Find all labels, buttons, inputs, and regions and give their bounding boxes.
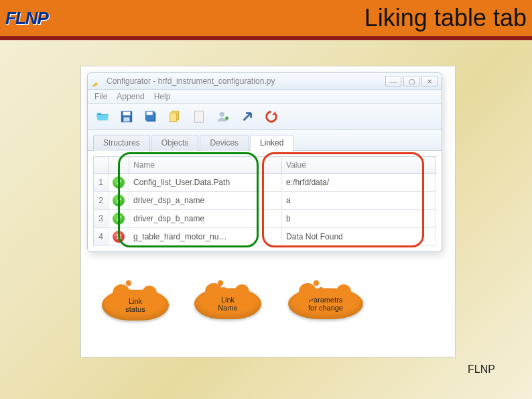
- annotation-params: Parametrs for change: [288, 288, 363, 319]
- svg-rect-7: [170, 113, 177, 122]
- col-rownum: [94, 157, 109, 174]
- folder-open-icon: [95, 109, 110, 124]
- menubar: File Append Help: [88, 90, 442, 104]
- tab-devices[interactable]: Devices: [200, 135, 249, 151]
- check-icon: ✓: [113, 176, 125, 188]
- row-name-cell[interactable]: g_table_hard_motor_nu…: [129, 228, 282, 246]
- floppy-multi-icon: [143, 109, 158, 124]
- configurator-window: Configurator - hrfd_instrument_configura…: [87, 72, 442, 252]
- row-status: ✓: [109, 174, 129, 192]
- row-name-cell[interactable]: driver_dsp_b_name: [129, 210, 282, 228]
- arrow-up-right-icon: [240, 109, 255, 124]
- person-plus-icon: [216, 109, 230, 124]
- save-button[interactable]: [116, 107, 137, 126]
- new-page-button[interactable]: [188, 107, 210, 126]
- open-button[interactable]: [92, 107, 113, 126]
- linked-table-panel: Name Value 1✓Config_list_User.Data.Pathe…: [88, 151, 442, 251]
- row-number: 1: [94, 174, 109, 192]
- slide-header: FLNP Liking table tab: [0, 0, 532, 40]
- table-row[interactable]: 1✓Config_list_User.Data.Pathe:/hrfd/data…: [94, 174, 436, 192]
- row-status: ✓: [109, 192, 129, 210]
- floppy-icon: [119, 109, 134, 124]
- row-status: ✕: [109, 228, 129, 246]
- row-status: ✓: [109, 210, 129, 228]
- check-icon: ✓: [113, 213, 125, 225]
- flnp-logo: FLNP: [5, 8, 48, 29]
- add-user-button[interactable]: [212, 107, 234, 126]
- row-value-cell[interactable]: a: [282, 192, 436, 210]
- svg-point-9: [220, 112, 224, 117]
- close-button[interactable]: ✕: [421, 76, 438, 87]
- refresh-button[interactable]: [261, 107, 282, 126]
- logo-text: FLNP: [5, 8, 48, 28]
- row-value-cell[interactable]: Data Not Found: [282, 228, 436, 246]
- minimize-button[interactable]: —: [385, 76, 401, 87]
- window-title: Configurator - hrfd_instrument_configura…: [107, 76, 275, 86]
- table-row[interactable]: 4✕g_table_hard_motor_nu…Data Not Found: [94, 228, 436, 246]
- check-icon: ✓: [113, 194, 125, 207]
- row-name-cell[interactable]: Config_list_User.Data.Path: [129, 174, 282, 192]
- window-titlebar: Configurator - hrfd_instrument_configura…: [88, 73, 442, 90]
- save-as-button[interactable]: [140, 107, 161, 126]
- row-number: 4: [94, 228, 109, 246]
- toolbar: [88, 104, 442, 130]
- row-value-cell[interactable]: e:/hrfd/data/: [282, 174, 436, 192]
- footer-label: FLNP: [468, 363, 495, 376]
- row-name-cell[interactable]: driver_dsp_a_name: [129, 192, 282, 210]
- refresh-icon: [264, 109, 279, 124]
- app-icon: [92, 76, 103, 87]
- cross-icon: ✕: [113, 231, 125, 243]
- menu-help[interactable]: Help: [154, 92, 171, 101]
- page-icon: [192, 109, 206, 124]
- row-number: 2: [94, 192, 109, 210]
- table-row[interactable]: 3✓driver_dsp_b_nameb: [94, 210, 436, 228]
- copy-button[interactable]: [164, 107, 186, 126]
- tabs: Structures Objects Devices Linked: [88, 130, 442, 151]
- svg-rect-5: [147, 112, 153, 115]
- svg-point-10: [224, 111, 230, 117]
- annotation-link-name: Link Name: [194, 288, 261, 319]
- svg-rect-1: [123, 112, 131, 116]
- linked-table: Name Value 1✓Config_list_User.Data.Pathe…: [93, 156, 436, 246]
- row-number: 3: [94, 210, 109, 228]
- tab-linked[interactable]: Linked: [250, 135, 293, 151]
- menu-append[interactable]: Append: [117, 92, 144, 101]
- annotation-link-status-text: Link status: [125, 297, 145, 313]
- slide-title: Liking table tab: [364, 4, 527, 32]
- annotation-params-text: Parametrs for change: [308, 296, 343, 312]
- svg-rect-2: [123, 117, 129, 121]
- tab-structures[interactable]: Structures: [93, 135, 150, 151]
- annotation-link-name-text: Link Name: [218, 296, 237, 312]
- pages-yellow-icon: [168, 109, 182, 124]
- tab-objects[interactable]: Objects: [151, 135, 199, 151]
- export-button[interactable]: [237, 107, 258, 126]
- col-value[interactable]: Value: [282, 157, 436, 174]
- maximize-button[interactable]: ▢: [403, 76, 419, 87]
- menu-file[interactable]: File: [94, 92, 107, 101]
- row-value-cell[interactable]: b: [282, 210, 436, 228]
- svg-rect-8: [195, 111, 204, 123]
- table-row[interactable]: 2✓driver_dsp_a_namea: [94, 192, 436, 210]
- col-status: [109, 157, 129, 174]
- window-controls: — ▢ ✕: [385, 76, 438, 87]
- col-name[interactable]: Name: [129, 157, 282, 174]
- annotation-link-status: Link status: [102, 290, 169, 321]
